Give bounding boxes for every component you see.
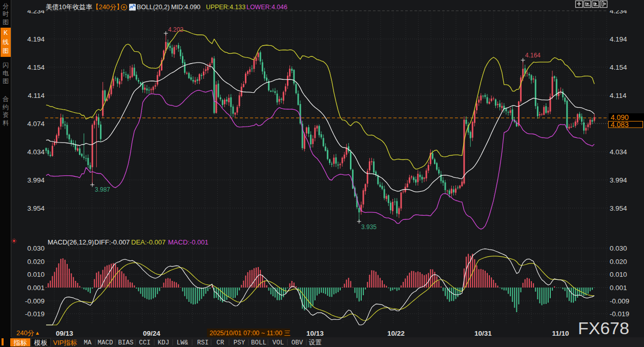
svg-text:图: 图 [3,77,9,85]
svg-text:CR: CR [216,339,224,346]
svg-text:约: 约 [3,104,9,111]
svg-text:2025/10/01 07:00 ~ 11:00 三: 2025/10/01 07:00 ~ 11:00 三 [210,330,290,337]
svg-text:10/13: 10/13 [306,330,324,337]
svg-text:-0.019: -0.019 [25,310,45,318]
svg-text:-0.019: -0.019 [610,310,629,318]
svg-text:4.114: 4.114 [610,92,627,99]
svg-text:LOWER:4.046: LOWER:4.046 [246,4,287,11]
svg-text:设置: 设置 [309,339,322,346]
svg-text:0.001: 0.001 [610,284,627,292]
svg-text:3.954: 3.954 [27,205,45,212]
svg-text:4.034: 4.034 [610,148,627,156]
svg-text:分: 分 [3,3,9,10]
svg-text:闪: 闪 [3,62,9,69]
svg-text:图: 图 [3,18,9,26]
svg-text:MACD:-0.001: MACD:-0.001 [168,238,209,246]
svg-text:MID:4.090: MID:4.090 [171,4,200,11]
svg-text:RSI: RSI [197,339,209,346]
svg-text:UPPER:4.133: UPPER:4.133 [206,4,245,11]
svg-text:BOLL: BOLL [251,339,266,346]
svg-text:CCI: CCI [139,339,151,346]
svg-text:4.194: 4.194 [610,35,627,43]
svg-text:合: 合 [3,95,9,103]
svg-text:MA: MA [84,339,92,346]
svg-text:PSY: PSY [234,339,245,346]
svg-text:0.030: 0.030 [610,244,627,252]
svg-text:-0.009: -0.009 [25,297,45,305]
svg-text:K: K [4,29,8,36]
svg-text:0.001: 0.001 [27,284,45,292]
svg-text:OBV: OBV [292,339,303,346]
svg-text:MACD(26,12,9): MACD(26,12,9) [48,238,94,246]
svg-text:0.020: 0.020 [610,258,627,266]
svg-text:0.030: 0.030 [27,244,45,252]
svg-text:4.202: 4.202 [168,26,183,33]
svg-text:FX678: FX678 [578,318,629,338]
svg-text:0.020: 0.020 [27,258,45,266]
svg-text:BOLL(20,2): BOLL(20,2) [137,4,170,11]
svg-text:11/10: 11/10 [552,330,569,337]
svg-text:4.164: 4.164 [525,52,541,59]
svg-text:指标: 指标 [13,339,27,346]
svg-text:电: 电 [3,70,9,77]
svg-text:3.987: 3.987 [95,186,110,193]
svg-text:0.010: 0.010 [27,271,45,278]
svg-text:▲: ▲ [35,330,40,336]
svg-text:4.074: 4.074 [27,120,45,128]
svg-text:料: 料 [3,119,9,127]
svg-text:10/22: 10/22 [387,330,405,337]
svg-text:10/31: 10/31 [474,330,492,337]
svg-text:DIFF:-0.007: DIFF:-0.007 [94,238,130,246]
svg-text:KDJ: KDJ [158,339,170,346]
svg-text:VIP指标: VIP指标 [53,339,77,346]
svg-text:3.935: 3.935 [361,223,377,231]
svg-text:3.954: 3.954 [610,205,627,212]
svg-text:DEA:-0.007: DEA:-0.007 [131,238,165,246]
svg-text:【240分】: 【240分】 [92,3,123,11]
svg-text:09/13: 09/13 [56,330,73,337]
svg-text:VOL: VOL [273,339,284,346]
svg-text:4.034: 4.034 [27,148,45,156]
svg-text:BIAS: BIAS [118,339,133,346]
svg-text:4.114: 4.114 [28,92,45,99]
svg-text:时: 时 [3,10,9,17]
svg-text:4.154: 4.154 [27,64,45,71]
svg-text:4.083: 4.083 [611,120,629,129]
svg-text:美债10年收益率: 美债10年收益率 [46,3,92,11]
svg-text:LW&: LW& [177,339,189,346]
svg-text:09/24: 09/24 [143,330,160,337]
svg-text:240分: 240分 [16,329,34,337]
svg-text:图: 图 [3,47,9,54]
svg-text:4.154: 4.154 [610,64,627,71]
svg-text:资: 资 [3,111,9,118]
svg-text:0.010: 0.010 [610,271,627,278]
svg-text:MACD: MACD [97,339,113,346]
svg-text:-0.009: -0.009 [610,297,629,305]
svg-text:线: 线 [3,38,9,46]
svg-text:3.994: 3.994 [27,176,45,184]
svg-text:模板: 模板 [34,339,48,346]
svg-text:4.194: 4.194 [27,35,45,43]
svg-text:3.994: 3.994 [610,176,627,184]
